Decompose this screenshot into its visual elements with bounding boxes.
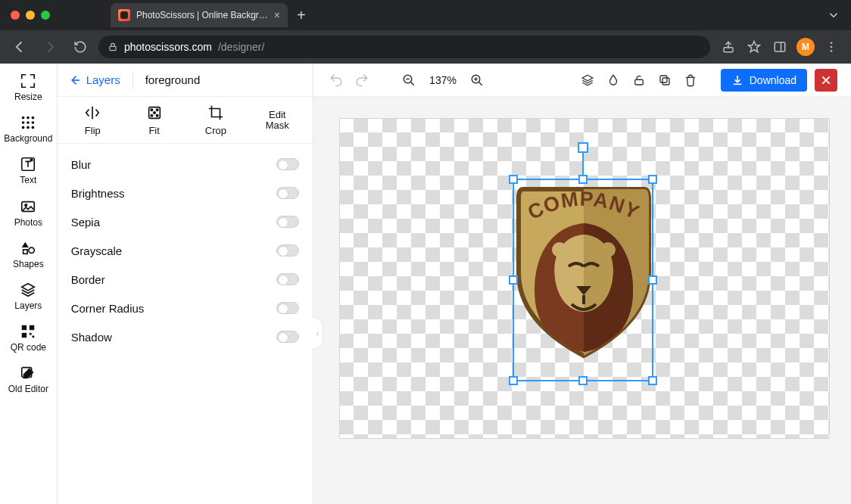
zoom-in-button[interactable] xyxy=(468,71,486,89)
url-host: photoscissors.com xyxy=(124,41,212,53)
tool-fit[interactable]: Fit xyxy=(127,104,182,136)
svg-rect-49 xyxy=(660,76,667,82)
prop-grayscale: Grayscale xyxy=(71,236,299,265)
share-button[interactable] xyxy=(716,35,740,59)
download-button[interactable]: Download xyxy=(721,69,807,92)
rail-label: Resize xyxy=(14,92,42,102)
forward-button[interactable] xyxy=(38,35,62,59)
handle-t[interactable] xyxy=(578,175,588,184)
edit-icon xyxy=(20,365,36,381)
prop-brightness: Brightness xyxy=(71,179,299,207)
canvas-area: ‹ xyxy=(313,97,851,504)
canvas[interactable]: COMPANY xyxy=(339,118,830,439)
expand-icon xyxy=(20,73,36,89)
selection-box[interactable] xyxy=(513,179,653,381)
back-button[interactable] xyxy=(8,35,32,59)
svg-point-15 xyxy=(26,126,30,129)
toggle-blur[interactable] xyxy=(276,158,299,170)
svg-point-5 xyxy=(831,42,833,44)
image-icon xyxy=(20,198,36,215)
zoom-out-button[interactable] xyxy=(400,71,418,89)
kebab-menu-button[interactable] xyxy=(819,35,843,59)
rail-text[interactable]: Text xyxy=(20,156,36,185)
svg-point-6 xyxy=(831,46,833,48)
rail-qrcode[interactable]: QR code xyxy=(11,323,46,353)
toggle-grayscale[interactable] xyxy=(276,244,299,257)
layers-button[interactable] xyxy=(578,71,597,89)
rail-oldeditor[interactable]: Old Editor xyxy=(8,365,48,394)
svg-point-36 xyxy=(151,114,152,116)
prop-shadow: Shadow xyxy=(71,322,299,351)
tool-editmask[interactable]: Edit Mask xyxy=(250,110,304,130)
unlock-button[interactable] xyxy=(630,71,648,89)
divider xyxy=(132,71,133,89)
undo-button[interactable] xyxy=(327,71,345,89)
back-to-layers-link[interactable]: Layers xyxy=(68,73,120,87)
tool-crop[interactable]: Crop xyxy=(189,104,243,136)
address-bar[interactable]: photoscissors.com/designer/ xyxy=(98,36,710,58)
side-panel: Layers foreground Flip Fit Crop Edit Mas… xyxy=(58,64,313,504)
prop-label: Sepia xyxy=(71,216,100,229)
handle-br[interactable] xyxy=(648,376,657,385)
svg-point-20 xyxy=(25,204,27,206)
handle-l[interactable] xyxy=(509,275,518,285)
duplicate-button[interactable] xyxy=(656,71,674,89)
editor: 137% Download xyxy=(313,64,851,504)
handle-bl[interactable] xyxy=(509,376,518,385)
macos-close-button[interactable] xyxy=(11,11,20,20)
svg-marker-24 xyxy=(22,284,35,291)
close-editor-button[interactable] xyxy=(815,69,837,92)
bookmark-button[interactable] xyxy=(742,35,766,59)
browser-tab[interactable]: PhotoScissors | Online Backgr… × xyxy=(111,3,288,27)
undo-icon xyxy=(329,73,343,87)
opacity-button[interactable] xyxy=(604,71,622,89)
browser-actions: M xyxy=(716,35,843,59)
toggle-border[interactable] xyxy=(276,273,299,285)
svg-point-11 xyxy=(22,121,25,124)
svg-point-7 xyxy=(831,50,833,52)
svg-rect-47 xyxy=(634,79,643,85)
tab-overflow-button[interactable] xyxy=(827,8,840,22)
svg-point-14 xyxy=(22,126,25,129)
close-tab-icon[interactable]: × xyxy=(274,9,280,21)
svg-marker-46 xyxy=(582,75,593,81)
macos-zoom-button[interactable] xyxy=(41,11,50,20)
collapse-panel-handle[interactable]: ‹ xyxy=(313,316,323,350)
reload-button[interactable] xyxy=(68,35,92,59)
tab-title: PhotoScissors | Online Backgr… xyxy=(136,10,268,20)
zoom-value[interactable]: 137% xyxy=(426,74,460,86)
rail-shapes[interactable]: Shapes xyxy=(13,240,44,269)
avatar: M xyxy=(796,38,815,56)
rotate-handle[interactable] xyxy=(578,142,588,153)
profile-button[interactable]: M xyxy=(793,35,818,59)
rail-background[interactable]: Background xyxy=(4,114,52,144)
text-icon xyxy=(20,156,36,173)
handle-tl[interactable] xyxy=(509,175,518,184)
rail-layers[interactable]: Layers xyxy=(14,282,42,311)
handle-b[interactable] xyxy=(578,376,588,385)
rail-resize[interactable]: Resize xyxy=(14,73,42,102)
close-icon xyxy=(820,74,832,86)
rail-photos[interactable]: Photos xyxy=(14,198,42,228)
svg-point-12 xyxy=(26,121,30,124)
toggle-shadow[interactable] xyxy=(276,331,299,343)
tool-flip[interactable]: Flip xyxy=(65,104,120,136)
tool-label: Edit Mask xyxy=(266,110,289,130)
toggle-brightness[interactable] xyxy=(276,187,299,199)
app-root: Resize Background Text Photos Shapes Lay… xyxy=(0,64,851,504)
browser-urlbar: photoscissors.com/designer/ M xyxy=(0,30,851,64)
handle-r[interactable] xyxy=(648,275,657,285)
macos-traffic-lights xyxy=(11,11,50,20)
macos-minimize-button[interactable] xyxy=(26,11,35,20)
crop-icon xyxy=(207,104,224,121)
redo-button[interactable] xyxy=(353,71,371,89)
delete-button[interactable] xyxy=(681,71,700,89)
toggle-sepia[interactable] xyxy=(276,216,299,228)
sidepanel-button[interactable] xyxy=(768,35,792,59)
toggle-cornerradius[interactable] xyxy=(276,302,299,314)
handle-tr[interactable] xyxy=(648,175,657,184)
panel-title: foreground xyxy=(145,73,201,86)
svg-rect-23 xyxy=(23,250,27,254)
new-tab-button[interactable]: + xyxy=(297,8,306,23)
qr-icon xyxy=(20,323,36,340)
